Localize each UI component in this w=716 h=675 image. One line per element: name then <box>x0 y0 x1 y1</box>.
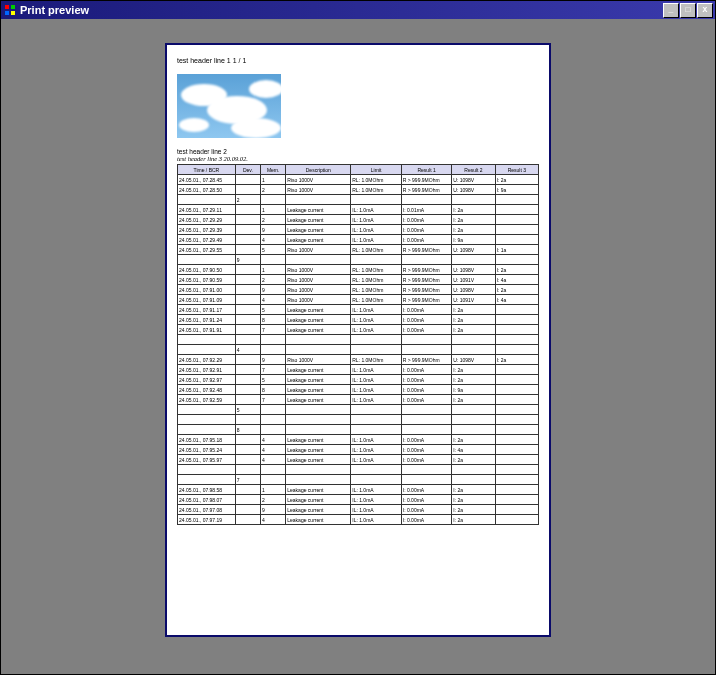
cell-lim: IL: 1.0mA <box>351 215 402 225</box>
cell-mem: 2 <box>261 215 286 225</box>
table-row: 24.05.01., 07.29.111Leakage currentIL: 1… <box>178 205 539 215</box>
cell-dev: 2 <box>235 195 260 205</box>
table-row: 24.05.01., 07.92.488Leakage currentIL: 1… <box>178 385 539 395</box>
table-row: 24.05.01., 07.91.248Leakage currentIL: 1… <box>178 315 539 325</box>
cell-desc <box>286 475 351 485</box>
cell-r3 <box>495 385 538 395</box>
cell-time: 24.05.01., 07.95.24 <box>178 445 236 455</box>
cell-mem: 7 <box>261 395 286 405</box>
cell-dev <box>235 315 260 325</box>
cell-desc: Riso 1000V <box>286 285 351 295</box>
cell-dev <box>235 265 260 275</box>
window-title: Print preview <box>20 4 662 16</box>
cell-r1: I: 0.00mA <box>401 215 452 225</box>
cell-r3 <box>495 415 538 425</box>
cell-r3 <box>495 485 538 495</box>
cell-r1: I: 0.00mA <box>401 395 452 405</box>
cell-r3 <box>495 225 538 235</box>
cell-lim: IL: 1.0mA <box>351 435 402 445</box>
cell-r2: I: 2a <box>452 375 495 385</box>
cell-desc: Riso 1000V <box>286 265 351 275</box>
cell-dev: 9 <box>235 255 260 265</box>
svg-rect-2 <box>5 11 9 15</box>
cell-mem: 2 <box>261 185 286 195</box>
cell-r2: I: 2a <box>452 305 495 315</box>
header-line-3: test header line 3 20.09.02. <box>177 155 539 162</box>
cell-time: 24.05.01., 07.90.59 <box>178 275 236 285</box>
cell-r2: U: 1098V <box>452 355 495 365</box>
cell-dev <box>235 375 260 385</box>
table-row: 24.05.01., 07.95.244Leakage currentIL: 1… <box>178 445 539 455</box>
cell-r2: I: 2a <box>452 365 495 375</box>
cell-time <box>178 345 236 355</box>
cell-lim: IL: 1.0mA <box>351 395 402 405</box>
maximize-button[interactable]: □ <box>680 3 696 18</box>
col-limit: Limit <box>351 165 402 175</box>
cell-desc: Riso 1000V <box>286 245 351 255</box>
cell-r1: I: 0.00mA <box>401 445 452 455</box>
table-row: 24.05.01., 07.97.089Leakage currentIL: 1… <box>178 505 539 515</box>
cell-time: 24.05.01., 07.91.17 <box>178 305 236 315</box>
minimize-button[interactable]: _ <box>663 3 679 18</box>
header-image <box>177 74 281 138</box>
cell-r3 <box>495 235 538 245</box>
cell-dev: 4 <box>235 345 260 355</box>
table-row: 24.05.01., 07.95.184Leakage currentIL: 1… <box>178 435 539 445</box>
cell-lim: RL: 1.0MOhm <box>351 185 402 195</box>
cell-lim: IL: 1.0mA <box>351 305 402 315</box>
cell-r2: I: 2a <box>452 225 495 235</box>
report-table: Time / BCR Dev. Mem. Description Limit R… <box>177 164 539 525</box>
table-row: 4 <box>178 345 539 355</box>
table-body: 24.05.01., 07.28.451Riso 1000VRL: 1.0MOh… <box>178 175 539 525</box>
cell-dev <box>235 245 260 255</box>
cell-dev <box>235 515 260 525</box>
cell-r3 <box>495 365 538 375</box>
cell-time: 24.05.01., 07.90.50 <box>178 265 236 275</box>
cell-lim: RL: 1.0MOhm <box>351 355 402 365</box>
cell-r3: I: 2a <box>495 285 538 295</box>
cell-lim <box>351 405 402 415</box>
table-row: 24.05.01., 07.92.917Leakage currentIL: 1… <box>178 365 539 375</box>
cell-r3 <box>495 495 538 505</box>
cell-r1: R > 999.9MOhm <box>401 265 452 275</box>
table-row: 2 <box>178 195 539 205</box>
cell-r3 <box>495 305 538 315</box>
cell-time: 24.05.01., 07.92.48 <box>178 385 236 395</box>
cell-lim: RL: 1.0MOhm <box>351 275 402 285</box>
cell-r3 <box>495 195 538 205</box>
table-row: 5 <box>178 405 539 415</box>
cell-r1: I: 0.00mA <box>401 515 452 525</box>
cell-dev <box>235 415 260 425</box>
cell-r3 <box>495 435 538 445</box>
cell-lim: RL: 1.0MOhm <box>351 285 402 295</box>
cell-r2 <box>452 475 495 485</box>
cell-mem: 4 <box>261 455 286 465</box>
cell-r2: I: 9a <box>452 385 495 395</box>
cell-r3 <box>495 345 538 355</box>
cell-mem: 5 <box>261 245 286 255</box>
cell-r1: R > 999.9MOhm <box>401 285 452 295</box>
cell-mem: 5 <box>261 305 286 315</box>
cell-dev <box>235 295 260 305</box>
cell-mem <box>261 475 286 485</box>
cell-mem: 4 <box>261 515 286 525</box>
cell-r2 <box>452 425 495 435</box>
cell-r3 <box>495 475 538 485</box>
cell-lim <box>351 255 402 265</box>
cell-dev <box>235 485 260 495</box>
cell-time: 24.05.01., 07.29.49 <box>178 235 236 245</box>
preview-area[interactable]: test header line 1 1 / 1 test header lin… <box>1 19 715 673</box>
table-row <box>178 415 539 425</box>
cell-r1: I: 0.00mA <box>401 375 452 385</box>
table-row: 9 <box>178 255 539 265</box>
cell-dev <box>235 325 260 335</box>
cell-r2 <box>452 345 495 355</box>
close-button[interactable]: X <box>697 3 713 18</box>
cell-r3 <box>495 465 538 475</box>
svg-rect-1 <box>11 5 15 9</box>
cell-r1 <box>401 255 452 265</box>
cell-time: 24.05.01., 07.92.97 <box>178 375 236 385</box>
cell-desc: Leakage current <box>286 455 351 465</box>
cell-r1: I: 0.00mA <box>401 455 452 465</box>
cell-dev <box>235 335 260 345</box>
